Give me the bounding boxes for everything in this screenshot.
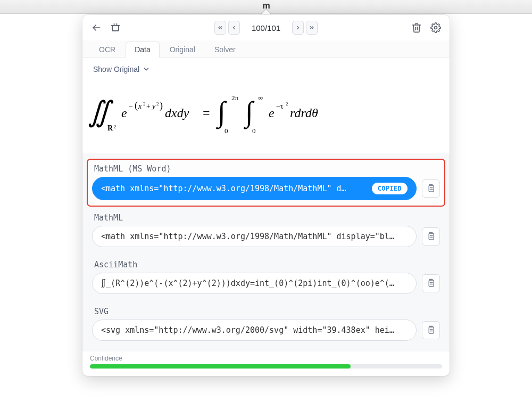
copied-badge: COPIED (372, 183, 408, 194)
page-first-button[interactable] (214, 21, 226, 35)
page-counter: 100/101 (242, 23, 290, 32)
svg-text:dxdy: dxdy (165, 106, 189, 120)
toolbar: 100/101 (82, 15, 450, 40)
copy-button[interactable] (422, 227, 440, 245)
svg-text:R: R (107, 124, 113, 132)
svg-point-6 (435, 27, 437, 29)
result-snippet[interactable]: <math xmlns="http://www.w3.org/1998/Math… (92, 177, 417, 200)
result-svg: SVG <svg xmlns="http://www.w3.org/2000/s… (87, 301, 445, 347)
confidence-label: Confidence (90, 355, 442, 362)
show-original-toggle[interactable]: Show Original (92, 63, 151, 76)
delete-button[interactable] (409, 20, 424, 35)
svg-text:−: − (129, 102, 133, 110)
svg-text:2: 2 (143, 101, 146, 107)
confidence-section: Confidence (82, 351, 450, 376)
svg-text:rdrdθ: rdrdθ (290, 106, 318, 120)
menubar: m (0, 0, 532, 14)
svg-text:−τ: −τ (276, 102, 284, 110)
result-label: SVG (92, 306, 440, 320)
back-button[interactable] (89, 20, 104, 35)
snippet-text: ∬_(R^(2))e^(-(x^(2)+y^(2)))dxdy=int_(0)^… (101, 279, 408, 288)
svg-text:∫: ∫ (216, 96, 227, 129)
result-snippet[interactable]: <math xmlns="http://www.w3.org/1998/Math… (92, 226, 417, 247)
crop-icon (110, 22, 121, 33)
page-next-button[interactable] (292, 21, 304, 35)
svg-text:2: 2 (114, 124, 117, 129)
tab-ocr[interactable]: OCR (90, 42, 124, 58)
app-popover: 100/101 OCR Data Original Solver Show Or… (82, 15, 450, 376)
svg-text:x: x (138, 102, 142, 110)
result-mathml: MathML <math xmlns="http://www.w3.org/19… (87, 208, 445, 253)
result-label: MathML (92, 212, 440, 226)
result-mathml-word: MathML (MS Word) <math xmlns="http://www… (87, 159, 445, 207)
popover-pointer (261, 10, 271, 15)
chevrons-right-icon (309, 24, 315, 31)
svg-text:=: = (203, 106, 210, 120)
confidence-fill (90, 364, 351, 369)
svg-text:0: 0 (252, 127, 256, 135)
chevrons-left-icon (217, 24, 223, 31)
svg-text:e: e (121, 106, 127, 120)
svg-text:∞: ∞ (258, 94, 263, 102)
svg-rect-31 (429, 185, 434, 192)
svg-rect-37 (429, 280, 434, 287)
result-label: AsciiMath (92, 259, 440, 273)
confidence-bar (90, 364, 442, 369)
svg-text:+: + (146, 102, 151, 110)
tab-solver[interactable]: Solver (205, 42, 245, 58)
chevron-left-icon (231, 24, 237, 31)
page-prev-button[interactable] (228, 21, 240, 35)
svg-rect-1 (112, 26, 119, 31)
copy-button[interactable] (422, 274, 440, 292)
svg-rect-34 (429, 233, 434, 240)
clipboard-icon (426, 232, 436, 241)
snippet-text: <math xmlns="http://www.w3.org/1998/Math… (101, 232, 408, 241)
svg-rect-40 (429, 327, 434, 333)
sub-toolbar: Show Original (82, 58, 450, 78)
gear-icon (430, 22, 441, 33)
formula-svg: ∬ R 2 e − ( x 2 + y 2 ) dxdy = ∫ 2π (88, 91, 338, 138)
copy-button[interactable] (422, 179, 440, 198)
svg-text:y: y (151, 102, 156, 110)
clipboard-icon (426, 279, 436, 288)
svg-text:∬: ∬ (88, 96, 114, 128)
result-asciimath: AsciiMath ∬_(R^(2))e^(-(x^(2)+y^(2)))dxd… (87, 255, 445, 300)
copy-button[interactable] (422, 321, 440, 339)
capture-button[interactable] (108, 20, 123, 35)
tab-original[interactable]: Original (161, 42, 204, 58)
svg-text:∫: ∫ (244, 96, 255, 129)
chevron-down-icon (143, 66, 150, 73)
svg-text:e: e (269, 106, 275, 120)
page-nav: 100/101 (214, 21, 318, 35)
svg-text:0: 0 (225, 127, 228, 135)
svg-text:): ) (160, 100, 163, 111)
svg-text:2: 2 (286, 101, 288, 107)
arrow-left-icon (91, 22, 102, 33)
svg-text:2π: 2π (231, 94, 239, 102)
snippet-text: <math xmlns="http://www.w3.org/1998/Math… (101, 184, 367, 193)
settings-button[interactable] (428, 20, 443, 35)
results-list: MathML (MS Word) <math xmlns="http://www… (82, 153, 450, 351)
svg-text:2: 2 (156, 101, 159, 107)
formula-render: ∬ R 2 e − ( x 2 + y 2 ) dxdy = ∫ 2π (82, 78, 450, 153)
tab-data[interactable]: Data (126, 42, 160, 58)
trash-icon (411, 22, 422, 33)
svg-text:(: ( (135, 100, 138, 111)
show-original-label: Show Original (93, 65, 139, 73)
result-snippet[interactable]: <svg xmlns="http://www.w3.org/2000/svg" … (92, 320, 417, 341)
snippet-text: <svg xmlns="http://www.w3.org/2000/svg" … (101, 325, 408, 335)
chevron-right-icon (295, 24, 301, 31)
result-label: MathML (MS Word) (92, 163, 440, 177)
result-snippet[interactable]: ∬_(R^(2))e^(-(x^(2)+y^(2)))dxdy=int_(0)^… (92, 273, 417, 294)
page-last-button[interactable] (306, 21, 318, 35)
clipboard-icon (426, 184, 436, 193)
clipboard-icon (426, 325, 436, 335)
tab-bar: OCR Data Original Solver (82, 40, 450, 58)
